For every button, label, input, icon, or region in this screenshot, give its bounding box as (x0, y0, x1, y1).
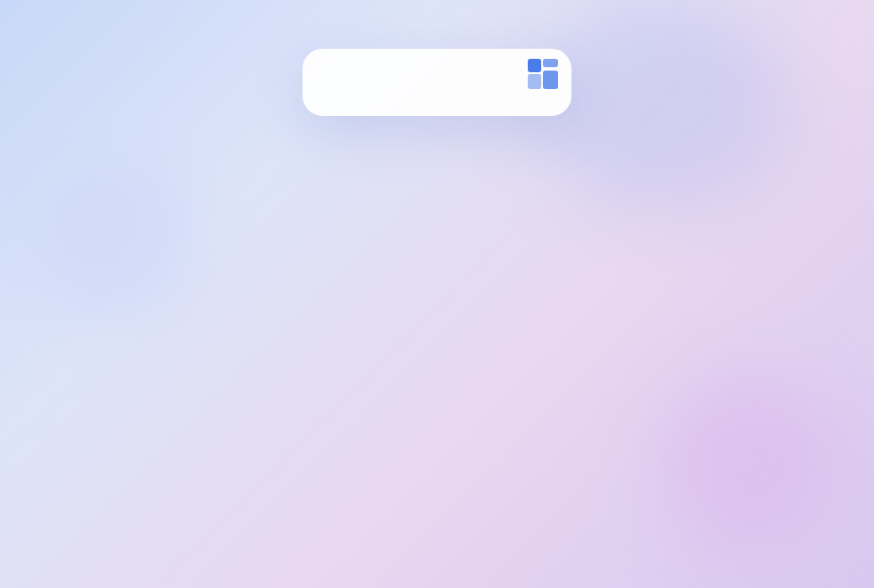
svg-rect-3 (543, 71, 558, 89)
phone-card (303, 49, 571, 116)
svg-rect-0 (528, 59, 541, 72)
page-container (0, 0, 874, 588)
bg-decoration-2 (664, 378, 832, 546)
bg-decoration-3 (42, 168, 193, 319)
card-top-icon (528, 59, 558, 92)
svg-rect-2 (528, 74, 541, 89)
bg-decoration-1 (538, 0, 790, 210)
svg-rect-1 (543, 59, 558, 67)
